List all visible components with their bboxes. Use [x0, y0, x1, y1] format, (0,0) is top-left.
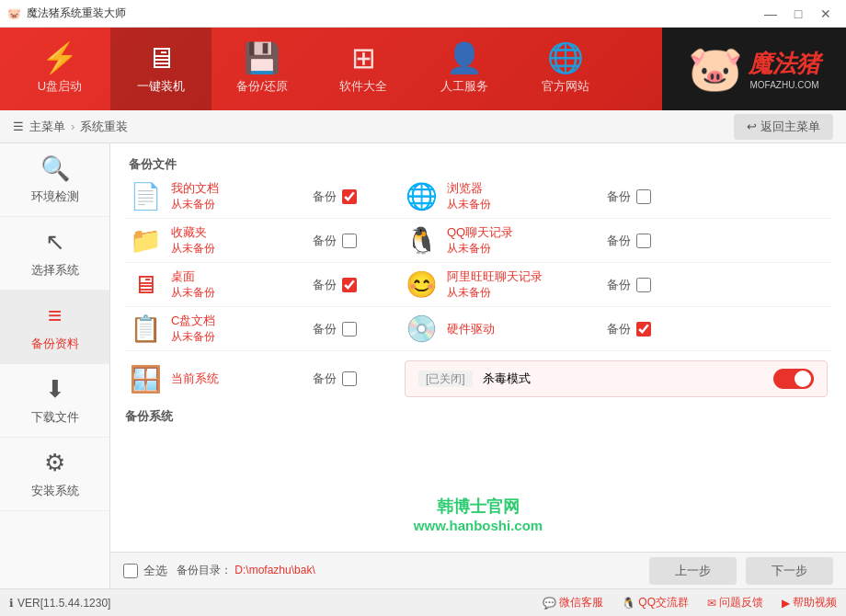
- wangwang-icon: 😊: [405, 269, 438, 300]
- hardware-checkbox[interactable]: [636, 322, 651, 337]
- current-system-name: 当前系统: [171, 371, 219, 387]
- sidebar-label-download: 下载文件: [31, 409, 79, 426]
- browser-checkbox[interactable]: [636, 189, 651, 204]
- sidebar-label-env: 环境检测: [31, 188, 79, 205]
- nav-label-usb: U盘启动: [38, 78, 82, 95]
- current-system-checkbox[interactable]: [342, 371, 357, 386]
- qq-group-label: QQ交流群: [638, 595, 689, 610]
- qq-service-icon: 💬: [543, 597, 556, 610]
- sidebar-item-install-sys[interactable]: ⚙ 安装系统: [0, 438, 109, 511]
- toggle-slider: [773, 369, 814, 389]
- app-title: 魔法猪系统重装大师: [27, 6, 126, 21]
- next-button[interactable]: 下一步: [746, 557, 833, 585]
- desktop-icon: 🖥: [129, 269, 162, 300]
- wangwang-checkbox[interactable]: [636, 278, 651, 292]
- main-area: 🔍 环境检测 ↖ 选择系统 ≡ 备份资料 ⬇ 下载文件 ⚙ 安装系统 备份文件: [0, 143, 846, 588]
- sidebar-item-download[interactable]: ⬇ 下载文件: [0, 364, 109, 438]
- hardware-info: 硬件驱动: [447, 321, 495, 337]
- qq-chat-icon: 🐧: [405, 225, 438, 256]
- desktop-info: 桌面 从未备份: [171, 268, 215, 301]
- desktop-checkbox[interactable]: [342, 278, 357, 292]
- watermark: 韩博士官网 www.hanboshi.com: [414, 496, 543, 533]
- backup-items-table: 备份文件 📄 我的文档 从未备份: [125, 151, 831, 406]
- kill-mode-toggle[interactable]: [773, 369, 814, 389]
- backup-system-section-label: 备份系统: [125, 409, 173, 423]
- menu-icon: ☰: [13, 120, 24, 133]
- backup-dir-path[interactable]: D:\mofazhu\bak\: [234, 564, 314, 576]
- favorites-info: 收藏夹 从未备份: [171, 224, 215, 257]
- title-bar-left: 🐷 魔法猪系统重装大师: [7, 6, 126, 21]
- qq-group-link[interactable]: 🐧 QQ交流群: [622, 595, 689, 610]
- watermark-line2: www.hanboshi.com: [414, 518, 543, 533]
- status-right: 💬 微信客服 🐧 QQ交流群 ✉ 问题反馈 ▶ 帮助视频: [543, 595, 837, 610]
- sidebar-item-env[interactable]: 🔍 环境检测: [0, 143, 109, 217]
- desktop-name: 桌面: [171, 268, 215, 285]
- favorites-status: 从未备份: [171, 241, 215, 257]
- kill-mode-label-area: [已关闭] 杀毒模式: [418, 371, 531, 387]
- c-docs-checkbox[interactable]: [342, 322, 357, 337]
- hardware-backup-cell: 备份: [607, 321, 828, 337]
- app-icon: 🐷: [7, 7, 21, 20]
- logo-text-block: 魔法猪 MOFAZHU.COM: [749, 48, 820, 90]
- close-button[interactable]: ✕: [813, 5, 839, 23]
- favorites-icon: 📁: [129, 225, 162, 256]
- back-icon: ↩: [747, 120, 757, 133]
- nav-item-service[interactable]: 👤 人工服务: [414, 28, 515, 110]
- table-row: 📁 收藏夹 从未备份 备份: [125, 219, 831, 263]
- back-button[interactable]: ↩ 返回主菜单: [734, 114, 833, 140]
- nav-item-software[interactable]: ⊞ 软件大全: [313, 28, 414, 110]
- nav-item-install[interactable]: 🖥 一键装机: [110, 28, 212, 110]
- hardware-icon: 💿: [405, 314, 438, 344]
- hardware-name: 硬件驱动: [447, 321, 495, 337]
- c-docs-cell: 📋 C盘文档 从未备份: [129, 313, 305, 345]
- select-all-checkbox[interactable]: [123, 564, 138, 578]
- c-docs-backup-label: 备份: [313, 321, 337, 337]
- nav-item-usb[interactable]: ⚡ U盘启动: [9, 28, 110, 110]
- minimize-button[interactable]: —: [758, 5, 783, 23]
- wangwang-info: 阿里旺旺聊天记录 从未备份: [447, 268, 543, 301]
- sidebar-item-select[interactable]: ↖ 选择系统: [0, 217, 109, 291]
- header: ⚡ U盘启动 🖥 一键装机 💾 备份/还原 ⊞ 软件大全 👤 人工服务 🌐 官方…: [0, 28, 846, 110]
- nav-item-backup[interactable]: 💾 备份/还原: [212, 28, 313, 110]
- backup-icon: 💾: [244, 43, 280, 73]
- wangwang-cell: 😊 阿里旺旺聊天记录 从未备份: [405, 268, 600, 301]
- qq-service-link[interactable]: 💬 微信客服: [543, 595, 603, 610]
- help-video-link[interactable]: ▶ 帮助视频: [782, 595, 837, 610]
- nav-label-software: 软件大全: [339, 78, 387, 95]
- bottom-bar: 全选 备份目录： D:\mofazhu\bak\ 上一步 下一步: [110, 552, 846, 588]
- desktop-status: 从未备份: [171, 285, 215, 301]
- nav-label-website: 官方网站: [542, 78, 589, 95]
- sidebar-label-select: 选择系统: [31, 262, 79, 279]
- nav-item-website[interactable]: 🌐 官方网站: [515, 28, 616, 110]
- prev-button[interactable]: 上一步: [649, 557, 737, 585]
- select-all-area: 全选: [123, 563, 167, 579]
- maximize-button[interactable]: □: [785, 5, 811, 23]
- breadcrumb-separator: ›: [71, 120, 74, 133]
- backup-dir-label: 备份目录：: [177, 564, 232, 576]
- browser-backup-cell: 备份: [607, 188, 828, 205]
- status-left: ℹ VER[11.5.44.1230]: [9, 597, 110, 610]
- my-docs-checkbox[interactable]: [342, 189, 357, 204]
- qq-chat-status: 从未备份: [447, 241, 513, 257]
- my-docs-backup-cell: 备份: [313, 188, 397, 205]
- breadcrumb-current: 系统重装: [80, 119, 128, 135]
- qq-chat-checkbox[interactable]: [636, 234, 651, 248]
- breadcrumb-menu: 主菜单: [29, 119, 65, 135]
- feedback-icon: ✉: [707, 597, 716, 610]
- favorites-backup-cell: 备份: [313, 233, 397, 249]
- backup-data-icon: ≡: [48, 302, 62, 330]
- feedback-link[interactable]: ✉ 问题反馈: [707, 595, 763, 610]
- sidebar-label-backup-data: 备份资料: [31, 336, 79, 352]
- title-bar-controls: — □ ✕: [758, 5, 839, 23]
- hardware-backup-label: 备份: [607, 321, 631, 337]
- favorites-checkbox[interactable]: [342, 234, 357, 248]
- kill-mode-label: 杀毒模式: [483, 371, 531, 385]
- browser-info: 浏览器 从未备份: [447, 180, 491, 212]
- current-system-cell: 🪟 当前系统: [129, 364, 305, 394]
- sidebar-item-backup-data[interactable]: ≡ 备份资料: [0, 291, 109, 364]
- c-docs-status: 从未备份: [171, 329, 215, 345]
- back-label: 返回主菜单: [760, 119, 820, 135]
- current-system-backup-cell: 备份: [313, 371, 397, 387]
- my-docs-info: 我的文档 从未备份: [171, 180, 219, 212]
- logo-sub: MOFAZHU.COM: [749, 80, 820, 90]
